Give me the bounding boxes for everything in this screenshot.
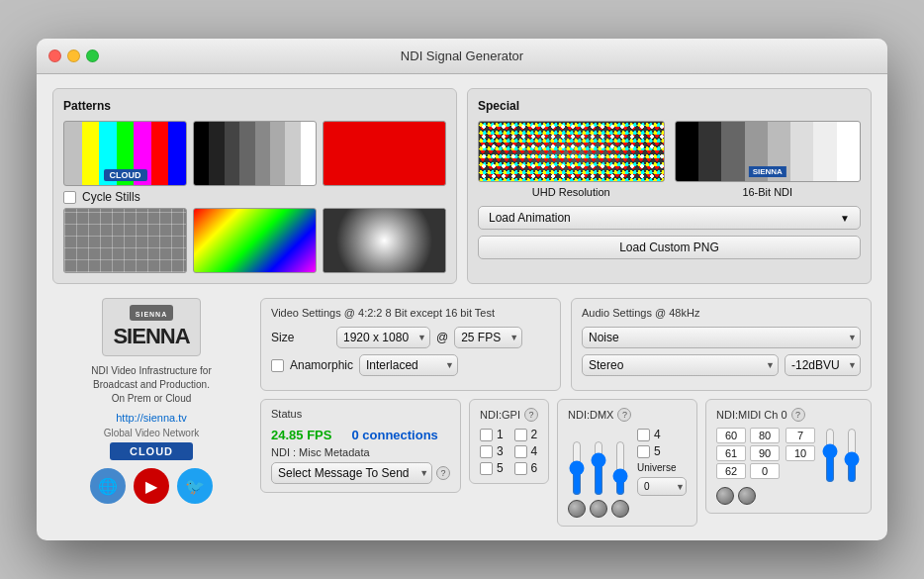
- pattern-bw[interactable]: [193, 121, 317, 186]
- midi-knob-row: [716, 487, 861, 505]
- fps-select[interactable]: 25 FPS: [454, 327, 522, 348]
- universe-select[interactable]: 0: [637, 477, 687, 496]
- video-settings-panel: Video Settings @ 4:2:2 8 Bit except 16 b…: [260, 298, 561, 391]
- 16bit-thumbnail[interactable]: [675, 121, 862, 182]
- dmx-right: 4 5 Universe 0: [637, 428, 687, 496]
- dmx-checkbox-4[interactable]: [637, 429, 650, 441]
- gpi-item-1: 1: [480, 428, 504, 441]
- status-values-row: 24.85 FPS 0 connections: [271, 428, 450, 442]
- anamorphic-label: Anamorphic: [290, 358, 353, 372]
- gpi-item-4: 4: [514, 444, 538, 458]
- patterns-grid-2: [63, 208, 446, 273]
- special-title: Special: [478, 99, 861, 113]
- select-message-select[interactable]: Select Message To Send: [271, 462, 432, 484]
- gpi-checkbox-3[interactable]: [480, 445, 493, 458]
- interlaced-wrapper: Interlaced ▼: [359, 354, 458, 376]
- ndi-meta-label: NDI : Misc Metadata: [271, 446, 450, 458]
- gpi-item-3: 3: [480, 444, 504, 458]
- cycle-stills-checkbox[interactable]: [63, 191, 76, 204]
- gpi-checkbox-4[interactable]: [514, 445, 527, 458]
- gpi-checkbox-1[interactable]: [480, 429, 493, 441]
- status-help-icon[interactable]: ?: [436, 466, 450, 480]
- bottom-row: Status 24.85 FPS 0 connections NDI : Mis…: [260, 399, 872, 527]
- pattern-color[interactable]: [193, 208, 317, 273]
- dmx-check-5: 5: [637, 444, 687, 458]
- interlaced-select[interactable]: Interlaced: [359, 354, 458, 376]
- dmx-label-4: 4: [654, 428, 661, 441]
- stereo-select[interactable]: Stereo: [582, 354, 779, 376]
- anamorphic-checkbox[interactable]: [271, 359, 284, 372]
- bottom-content: SIENNA SIENNA NDI Video Infrastructure f…: [37, 298, 887, 540]
- size-label: Size: [271, 331, 330, 344]
- minimize-button[interactable]: [67, 49, 80, 62]
- at-label: @: [436, 331, 448, 344]
- midi-val-0: 0: [750, 463, 780, 479]
- midi-help-icon[interactable]: ?: [791, 408, 805, 422]
- midi-slider-2[interactable]: [843, 428, 861, 483]
- uhd-thumbnail[interactable]: [478, 121, 665, 182]
- load-png-button[interactable]: Load Custom PNG: [478, 236, 861, 259]
- dmx-sliders: [568, 428, 629, 496]
- pattern-red[interactable]: [323, 121, 446, 186]
- gpi-checkbox-6[interactable]: [514, 462, 527, 475]
- size-select-wrapper: 1920 x 1080 ▼: [336, 327, 430, 348]
- midi-content: 60 80 61 90 62 0: [716, 428, 861, 483]
- db-wrapper: -12dBVU ▼: [785, 354, 861, 376]
- midi-slider-1[interactable]: [821, 428, 839, 483]
- stereo-row: Stereo ▼ -12dBVU ▼: [582, 354, 861, 376]
- gpi-help-icon[interactable]: ?: [524, 408, 538, 422]
- globe-icon[interactable]: 🌐: [90, 468, 126, 504]
- dmx-slider-3[interactable]: [611, 440, 629, 496]
- dmx-checkbox-5[interactable]: [637, 445, 650, 458]
- db-select[interactable]: -12dBVU: [785, 354, 861, 376]
- midi-val-7: 7: [785, 428, 815, 443]
- midi-sliders: [821, 428, 861, 483]
- social-icons: 🌐 ▶ 🐦: [90, 468, 213, 504]
- gpi-checkboxes: 1 2 3 4: [480, 428, 538, 475]
- midi-knob-2: [738, 487, 756, 505]
- maximize-button[interactable]: [86, 49, 99, 62]
- pattern-test[interactable]: [323, 208, 446, 273]
- size-select[interactable]: 1920 x 1080: [336, 327, 430, 348]
- midi-val-61: 61: [716, 445, 746, 461]
- gpi-item-6: 6: [514, 461, 538, 475]
- audio-section: Noise ▼ Stereo ▼: [582, 327, 861, 376]
- ndi-dmx-title: NDI:DMX: [568, 409, 613, 421]
- sienna-panel: SIENNA SIENNA NDI Video Infrastructure f…: [52, 298, 250, 527]
- gpi-label-6: 6: [531, 461, 538, 475]
- dmx-slider-1[interactable]: [568, 440, 586, 496]
- pattern-smpte[interactable]: [63, 121, 187, 186]
- dmx-help-icon[interactable]: ?: [617, 408, 631, 422]
- gpi-checkbox-2[interactable]: [514, 429, 527, 441]
- status-title: Status: [271, 408, 450, 420]
- midi-val-90: 90: [750, 445, 780, 461]
- status-panel: Status 24.85 FPS 0 connections NDI : Mis…: [260, 399, 461, 493]
- gpi-checkbox-5[interactable]: [480, 462, 493, 475]
- special-grid: UHD Resolution 16-Bit NDI: [478, 121, 861, 198]
- dmx-check-4: 4: [637, 428, 687, 441]
- gpi-label-2: 2: [531, 428, 538, 441]
- dmx-slider-2[interactable]: [590, 440, 607, 496]
- select-message-row: Select Message To Send ▼ ?: [271, 462, 450, 484]
- anamorphic-row: Anamorphic Interlaced ▼: [271, 354, 550, 376]
- close-button[interactable]: [48, 49, 61, 62]
- youtube-icon[interactable]: ▶: [134, 468, 169, 504]
- midi-values: 60 80 61 90 62 0: [716, 428, 780, 483]
- ndi-dmx-title-row: NDI:DMX ?: [568, 408, 687, 422]
- twitter-icon[interactable]: 🐦: [177, 468, 213, 504]
- gpi-label-5: 5: [497, 461, 504, 475]
- connections-display: 0 connections: [351, 428, 437, 442]
- cycle-stills-row: Cycle Stills: [63, 186, 446, 208]
- sienna-badge: SIENNA: [130, 305, 173, 321]
- 16bit-item: 16-Bit NDI: [675, 121, 862, 198]
- load-animation-button[interactable]: Load Animation ▼: [478, 206, 861, 230]
- sienna-url[interactable]: http://sienna.tv: [116, 412, 187, 424]
- special-panel: Special UHD Resolution 16-Bit NDI Load A…: [467, 88, 872, 284]
- midi-knob-1: [716, 487, 734, 505]
- midi-val-80: 80: [750, 428, 780, 443]
- gpi-label-3: 3: [497, 444, 504, 458]
- noise-select[interactable]: Noise: [582, 327, 861, 348]
- traffic-lights: [48, 49, 99, 62]
- pattern-grid[interactable]: [63, 208, 187, 273]
- universe-wrapper: 0 ▼: [637, 477, 687, 496]
